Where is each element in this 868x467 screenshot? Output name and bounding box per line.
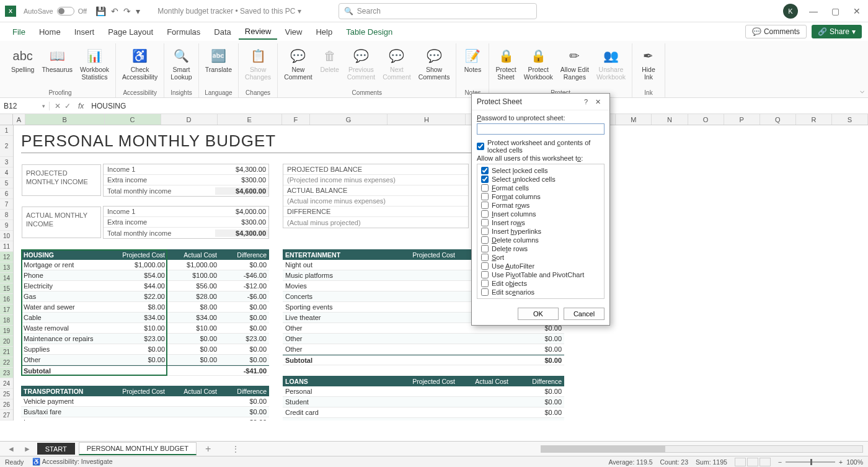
table-row[interactable]: Vehicle payment$0.00 xyxy=(21,396,269,407)
unshare-workbook-button[interactable]: 👥UnshareWorkbook xyxy=(594,46,628,82)
new-comment-button[interactable]: 💬NewComment xyxy=(281,46,315,82)
row-header-20[interactable]: 20 xyxy=(0,336,13,347)
dialog-help-icon[interactable]: ? xyxy=(580,98,591,105)
protect-workbook-button[interactable]: 🔒ProtectWorkbook xyxy=(521,46,556,82)
table-row[interactable]: Insurance$0.00 xyxy=(21,417,269,420)
table-row[interactable]: Student$0.00 xyxy=(283,397,564,407)
row-header-12[interactable]: 12 xyxy=(0,252,13,262)
next-comment-button[interactable]: 💬NextComment xyxy=(380,46,414,82)
table-row[interactable]: Water and sewer$8.00$8.00$0.00 xyxy=(21,302,269,313)
tab-insert[interactable]: Insert xyxy=(68,25,101,39)
table-row[interactable]: Gas$22.00$28.00-$6.00 xyxy=(21,291,269,302)
table-row[interactable]: Credit card$0.00 xyxy=(283,407,564,418)
check-accessibility-button[interactable]: ♿CheckAccessibility xyxy=(120,46,160,82)
toggle-switch[interactable] xyxy=(57,7,74,16)
tab-view[interactable]: View xyxy=(278,25,308,39)
tab-formulas[interactable]: Formulas xyxy=(161,25,206,39)
document-title[interactable]: Monthly budget tracker • Saved to this P… xyxy=(157,7,301,16)
password-input[interactable] xyxy=(477,123,604,135)
zoom-slider[interactable] xyxy=(786,461,835,463)
col-header-O[interactable]: O xyxy=(688,114,724,125)
restore-button[interactable]: ▢ xyxy=(829,6,842,16)
tab-table-design[interactable]: Table Design xyxy=(340,25,399,39)
protect-sheet-button[interactable]: 🔒ProtectSheet xyxy=(493,46,518,82)
perm-delete-rows[interactable]: Delete rows xyxy=(481,244,600,253)
perm-use-pivottable-and-pivotchart[interactable]: Use PivotTable and PivotChart xyxy=(481,270,600,279)
col-header-A[interactable]: A xyxy=(13,114,25,125)
tab-start[interactable]: START xyxy=(37,443,75,455)
perm-insert-hyperlinks[interactable]: Insert hyperlinks xyxy=(481,227,600,236)
cancel-formula-icon[interactable]: ✕ xyxy=(55,102,61,110)
row-header-22[interactable]: 22 xyxy=(0,357,13,368)
perm-sort[interactable]: Sort xyxy=(481,253,600,262)
perm-insert-rows[interactable]: Insert rows xyxy=(481,218,600,227)
row-header-21[interactable]: 21 xyxy=(0,347,13,357)
tab-help[interactable]: Help xyxy=(309,25,339,39)
close-button[interactable]: ✕ xyxy=(851,6,863,16)
table-row[interactable]: Bus/taxi fare$0.00 xyxy=(21,407,269,417)
tab-page-layout[interactable]: Page Layout xyxy=(102,25,159,39)
table-row[interactable]: Phone$54.00$100.00-$46.00 xyxy=(21,270,269,281)
table-row[interactable]: Mortgage or rent$1,000.00$1,000.00$0.00 xyxy=(21,260,269,270)
table-row[interactable]: Supplies$0.00$0.00$0.00 xyxy=(21,344,269,355)
row-header-24[interactable]: 24 xyxy=(0,378,13,389)
dialog-titlebar[interactable]: Protect Sheet ? ✕ xyxy=(472,94,609,110)
spelling-button[interactable]: abcSpelling xyxy=(9,46,37,74)
perm-insert-columns[interactable]: Insert columns xyxy=(481,210,600,218)
user-avatar[interactable]: K xyxy=(783,4,798,19)
tab-nav-next[interactable]: ► xyxy=(21,445,33,453)
col-header-B[interactable]: B xyxy=(25,114,105,125)
select-all-corner[interactable] xyxy=(0,114,13,125)
row-header-26[interactable]: 26 xyxy=(0,399,13,410)
cells-area[interactable]: PERSONAL MONTHLY BUDGET PROJECTED MONTHL… xyxy=(14,125,868,420)
allow-edit-ranges-button[interactable]: ✏Allow EditRanges xyxy=(558,46,591,82)
qat-dropdown-icon[interactable]: ▾ xyxy=(136,6,140,16)
col-header-G[interactable]: G xyxy=(310,114,388,125)
table-row[interactable]: Cable$34.00$34.00$0.00 xyxy=(21,313,269,323)
table-row[interactable]: Credit card$0.00 xyxy=(283,418,564,420)
dialog-close-icon[interactable]: ✕ xyxy=(591,98,604,106)
col-header-C[interactable]: C xyxy=(105,114,161,125)
zoom-control[interactable]: − + 100% xyxy=(778,458,863,466)
zoom-out-icon[interactable]: − xyxy=(778,458,782,466)
tab-nav-prev[interactable]: ◄ xyxy=(5,445,17,453)
thesaurus-button[interactable]: 📖Thesaurus xyxy=(39,46,75,74)
perm-select-locked-cells[interactable]: Select locked cells xyxy=(481,166,600,175)
row-header-11[interactable]: 11 xyxy=(0,241,13,252)
row-header-2[interactable]: 2 xyxy=(0,136,13,157)
row-header-16[interactable]: 16 xyxy=(0,294,13,305)
tab-scroll-indicator[interactable]: ⋮ xyxy=(232,445,239,453)
table-row[interactable]: Personal$0.00 xyxy=(283,386,564,397)
row-header-23[interactable]: 23 xyxy=(0,368,13,378)
protect-contents-checkbox[interactable]: Protect worksheet and contents of locked… xyxy=(477,138,604,154)
col-header-N[interactable]: N xyxy=(652,114,688,125)
col-header-H[interactable]: H xyxy=(388,114,466,125)
table-row[interactable]: Maintenance or repairs$23.00$0.00$23.00 xyxy=(21,334,269,344)
save-icon[interactable]: 💾 xyxy=(95,6,106,16)
table-row[interactable]: Other$0.00 xyxy=(283,334,564,344)
col-header-E[interactable]: E xyxy=(218,114,283,125)
minimize-button[interactable]: — xyxy=(807,6,820,16)
share-button[interactable]: 🔗 Share ▾ xyxy=(812,25,862,38)
table-row[interactable]: Other$0.00$0.00$0.00 xyxy=(21,355,269,365)
redo-icon[interactable]: ↷ xyxy=(123,6,131,16)
table-row[interactable]: Electricity$44.00$56.00-$12.00 xyxy=(21,281,269,291)
col-header-R[interactable]: R xyxy=(796,114,832,125)
delete-button[interactable]: 🗑Delete xyxy=(317,46,342,74)
col-header-P[interactable]: P xyxy=(724,114,760,125)
name-box[interactable]: B12 xyxy=(0,102,50,110)
perm-edit-objects[interactable]: Edit objects xyxy=(481,279,600,288)
row-header-19[interactable]: 19 xyxy=(0,326,13,336)
workbook-statistics-button[interactable]: 📊WorkbookStatistics xyxy=(78,46,112,82)
row-header-8[interactable]: 8 xyxy=(0,210,13,220)
col-header-F[interactable]: F xyxy=(282,114,310,125)
horizontal-scrollbar[interactable] xyxy=(541,445,863,453)
undo-icon[interactable]: ↶ xyxy=(111,6,118,16)
enter-formula-icon[interactable]: ✓ xyxy=(64,102,71,110)
table-row[interactable]: Waste removal$10.00$10.00$0.00 xyxy=(21,323,269,334)
ok-button[interactable]: OK xyxy=(518,308,559,320)
tab-home[interactable]: Home xyxy=(33,25,67,39)
row-header-13[interactable]: 13 xyxy=(0,262,13,273)
row-header-17[interactable]: 17 xyxy=(0,305,13,315)
search-box[interactable]: 🔍 Search xyxy=(339,3,537,19)
